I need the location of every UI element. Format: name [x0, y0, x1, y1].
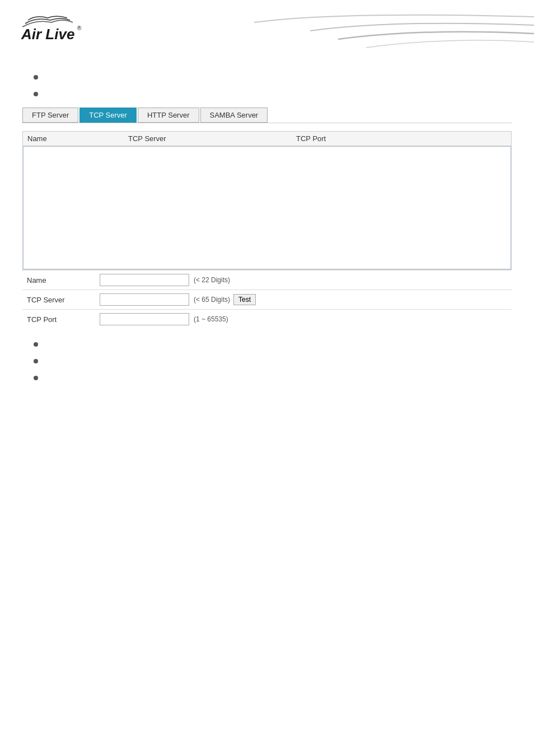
input-tcp-port[interactable]	[100, 313, 189, 325]
bullet-dot-2	[34, 92, 38, 96]
form-row-name: Name (< 22 Digits)	[22, 270, 512, 290]
page-header: Air Live ®	[0, 0, 534, 62]
table-body[interactable]	[23, 146, 511, 269]
tabs-container: FTP Server TCP Server HTTP Server SAMBA …	[22, 108, 512, 123]
bullet-item-5	[34, 374, 512, 380]
tab-http[interactable]: HTTP Server	[138, 108, 199, 123]
bullet-dot-3	[34, 342, 38, 347]
bullet-dot-5	[34, 376, 38, 380]
logo-area: Air Live ®	[17, 10, 106, 51]
top-bullet-section	[34, 73, 512, 96]
bullet-item-4	[34, 357, 512, 363]
bullet-item-3	[34, 340, 512, 347]
col-name: Name	[27, 134, 128, 143]
hint-name: (< 22 Digits)	[194, 276, 230, 284]
input-name[interactable]	[100, 274, 189, 286]
bullet-item-1	[34, 73, 512, 80]
label-tcp-server: TCP Server	[27, 296, 100, 304]
hint-tcp-server: (< 65 Digits)	[194, 296, 230, 304]
tab-tcp[interactable]: TCP Server	[79, 108, 137, 123]
col-tcp-port: TCP Port	[296, 134, 507, 143]
hint-tcp-port: (1 ~ 65535)	[194, 315, 228, 323]
tcp-table: Name TCP Server TCP Port	[22, 131, 512, 270]
label-name: Name	[27, 276, 100, 284]
table-header: Name TCP Server TCP Port	[23, 132, 511, 146]
header-decoration	[198, 0, 534, 62]
airlive-logo-svg: Air Live ®	[17, 10, 106, 49]
col-tcp-server: TCP Server	[128, 134, 296, 143]
main-content: FTP Server TCP Server HTTP Server SAMBA …	[0, 62, 534, 413]
bullet-dot-1	[34, 75, 38, 80]
tab-samba[interactable]: SAMBA Server	[200, 108, 268, 123]
test-button[interactable]: Test	[233, 294, 256, 305]
svg-text:®: ®	[77, 25, 82, 31]
svg-text:Air Live: Air Live	[21, 26, 74, 43]
bullet-item-2	[34, 90, 512, 96]
table-wrapper: Name TCP Server TCP Port Name (< 22 Digi…	[22, 131, 512, 329]
input-tcp-server[interactable]	[100, 293, 189, 306]
tab-divider	[22, 123, 512, 123]
form-row-tcp-port: TCP Port (1 ~ 65535)	[22, 309, 512, 329]
label-tcp-port: TCP Port	[27, 315, 100, 324]
bottom-bullet-section	[34, 340, 512, 380]
tab-ftp[interactable]: FTP Server	[22, 108, 78, 123]
form-row-tcp-server: TCP Server (< 65 Digits) Test	[22, 290, 512, 309]
form-section: Name (< 22 Digits) TCP Server (< 65 Digi…	[22, 270, 512, 329]
bullet-dot-4	[34, 359, 38, 363]
